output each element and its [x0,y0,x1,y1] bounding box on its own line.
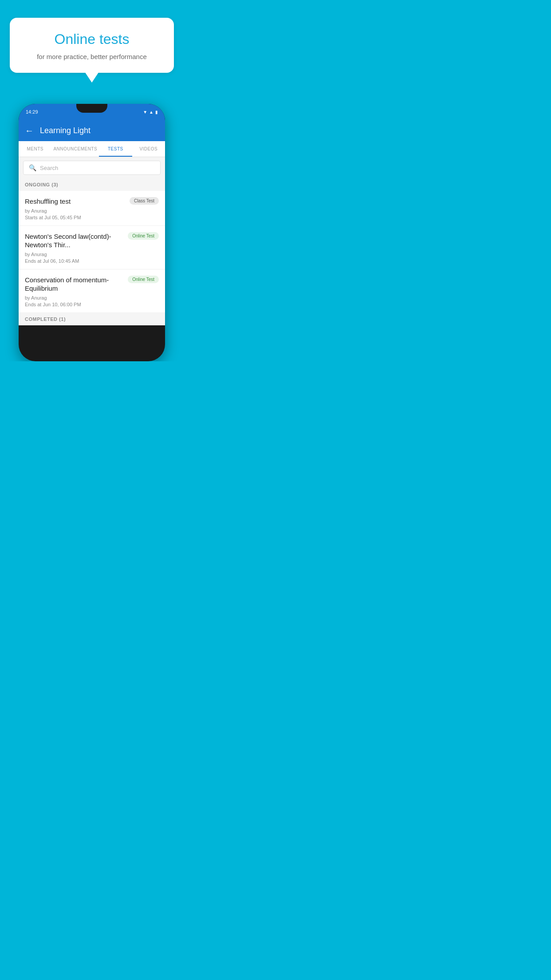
tab-tests[interactable]: TESTS [99,141,132,157]
test-item-1[interactable]: Reshuffling test Class Test by Anurag St… [19,191,165,226]
test-date-1: Starts at Jul 05, 05:45 PM [25,215,159,220]
status-icons: ▼ ▲ ▮ [143,110,158,115]
test-title-1: Reshuffling test [25,197,126,206]
test-title-3: Conservation of momentum-Equilibrium [25,276,124,293]
speech-bubble: Online tests for more practice, better p… [10,18,174,73]
status-time: 14:29 [26,109,38,115]
test-badge-3: Online Test [128,276,159,283]
hero-section: Online tests for more practice, better p… [0,0,184,82]
wifi-icon: ▼ [143,110,147,115]
test-item-1-header: Reshuffling test Class Test [25,197,159,206]
test-badge-1: Class Test [130,197,159,205]
bubble-subtitle: for more practice, better performance [22,53,161,60]
search-placeholder: Search [40,165,58,171]
app-bar-title: Learning Light [40,126,91,135]
test-item-3[interactable]: Conservation of momentum-Equilibrium Onl… [19,269,165,313]
tab-videos[interactable]: VIDEOS [132,141,165,157]
ongoing-section-label: ONGOING (3) [19,178,165,191]
search-wrapper: 🔍 Search [19,157,165,178]
test-item-2[interactable]: Newton's Second law(contd)-Newton's Thir… [19,226,165,269]
phone-notch [76,104,107,113]
test-item-3-header: Conservation of momentum-Equilibrium Onl… [25,276,159,293]
phone-wrapper: 14:29 ▼ ▲ ▮ ← Learning Light MENTS ANNOU… [0,104,184,361]
test-date-3: Ends at Jun 10, 06:00 PM [25,302,159,307]
test-date-2: Ends at Jul 06, 10:45 AM [25,258,159,264]
tabs-bar: MENTS ANNOUNCEMENTS TESTS VIDEOS [19,141,165,157]
completed-section-label: COMPLETED (1) [19,313,165,325]
phone-device: 14:29 ▼ ▲ ▮ ← Learning Light MENTS ANNOU… [19,104,165,361]
tab-ments[interactable]: MENTS [19,141,51,157]
test-by-1: by Anurag [25,208,159,213]
search-bar[interactable]: 🔍 Search [23,161,161,175]
search-icon: 🔍 [29,164,36,171]
status-bar: 14:29 ▼ ▲ ▮ [19,104,165,120]
test-title-2: Newton's Second law(contd)-Newton's Thir… [25,232,124,249]
back-button[interactable]: ← [25,126,34,136]
tab-announcements[interactable]: ANNOUNCEMENTS [51,141,99,157]
test-badge-2: Online Test [128,232,159,240]
bubble-title: Online tests [22,31,161,47]
test-by-3: by Anurag [25,295,159,300]
content-area: Reshuffling test Class Test by Anurag St… [19,191,165,313]
signal-icon: ▲ [149,110,153,115]
test-item-2-header: Newton's Second law(contd)-Newton's Thir… [25,232,159,249]
test-by-2: by Anurag [25,252,159,257]
battery-icon: ▮ [155,110,158,115]
app-bar: ← Learning Light [19,120,165,141]
